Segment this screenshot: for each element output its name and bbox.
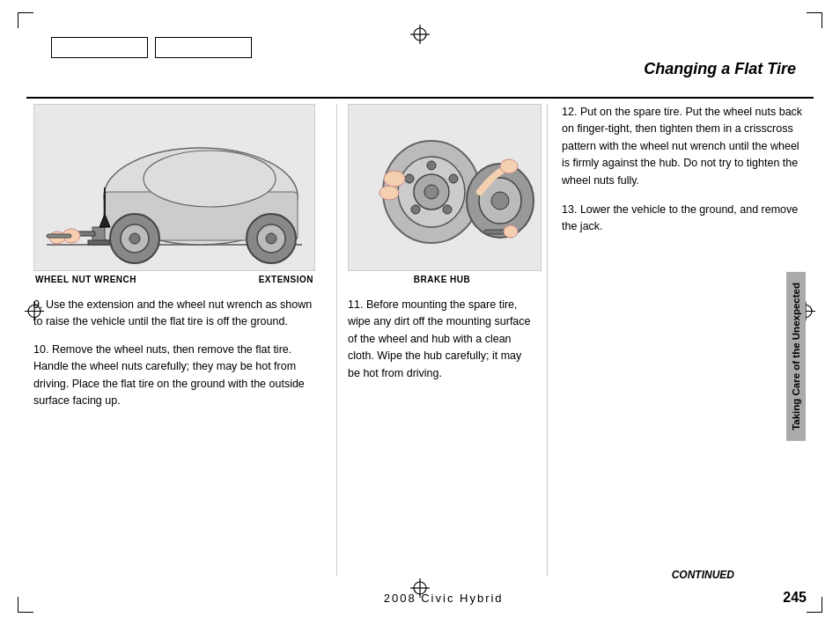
step-10: 10. Remove the wheel nuts, then remove t… [33, 342, 324, 410]
step-12: 12. Put on the spare tire. Put the wheel… [562, 104, 807, 189]
svg-point-43 [379, 186, 399, 200]
sidebar-text: Taking Care of the Unexpected [786, 272, 806, 441]
top-tabs [51, 37, 252, 58]
svg-point-41 [491, 192, 509, 210]
page-number: 245 [783, 590, 807, 606]
svg-point-15 [144, 151, 276, 207]
bottom-area: 2008 Civic Hybrid 245 [33, 590, 807, 606]
svg-point-35 [449, 174, 458, 183]
step-9: 9. Use the extension and the wheel nut w… [33, 297, 324, 331]
wheel-nut-wrench-label: WHEEL NUT WRENCH [35, 275, 136, 284]
page-title-area: Changing a Flat Tire [644, 60, 796, 78]
svg-point-36 [443, 205, 452, 214]
svg-point-42 [384, 171, 405, 187]
col-divider-1 [336, 104, 337, 577]
image-label-row: WHEEL NUT WRENCH EXTENSION [33, 275, 315, 284]
svg-point-37 [411, 205, 420, 214]
corner-mark-br [807, 597, 822, 613]
svg-point-38 [405, 174, 414, 183]
step-10-number: 10. [33, 343, 48, 356]
right-column: 12. Put on the spare tire. Put the wheel… [551, 104, 807, 577]
brake-hub-label: BRAKE HUB [348, 275, 536, 284]
svg-point-44 [500, 159, 518, 173]
left-column: WHEEL NUT WRENCH EXTENSION 9. Use the ex… [33, 104, 333, 577]
brake-hub-illustration [352, 108, 537, 267]
sidebar-text-container: Taking Care of the Unexpected [778, 176, 814, 537]
svg-point-46 [504, 225, 518, 238]
book-title: 2008 Civic Hybrid [384, 592, 504, 605]
svg-point-34 [427, 161, 436, 170]
right-image-box [348, 104, 542, 271]
svg-point-33 [424, 185, 438, 199]
page-title: Changing a Flat Tire [644, 60, 796, 77]
reg-mark-top [410, 25, 430, 47]
svg-rect-23 [88, 240, 109, 245]
tab-2[interactable] [155, 37, 252, 58]
corner-mark-tl [18, 12, 33, 28]
left-image-box [33, 104, 315, 271]
svg-point-21 [266, 233, 276, 244]
middle-column: BRAKE HUB 11. Before mounting the spare … [341, 104, 543, 577]
step-9-text: Use the extension and the wheel nut wren… [33, 298, 312, 327]
svg-rect-29 [47, 234, 71, 238]
corner-mark-bl [18, 597, 33, 613]
step-10-text: Remove the wheel nuts, then remove the f… [33, 343, 305, 407]
step-9-number: 9. [33, 298, 42, 311]
step-13-number: 13. [562, 203, 577, 216]
extension-label: EXTENSION [259, 275, 313, 284]
car-jack-illustration [38, 108, 311, 267]
step-11: 11. Before mounting the spare tire, wipe… [348, 297, 536, 382]
step-11-text: Before mounting the spare tire, wipe any… [348, 298, 531, 379]
step-13-text: Lower the vehicle to the ground, and rem… [562, 203, 798, 232]
tab-1[interactable] [51, 37, 148, 58]
continued-label: CONTINUED [672, 569, 734, 581]
col-divider-2 [547, 104, 548, 577]
step-11-number: 11. [348, 298, 363, 311]
step-13: 13. Lower the vehicle to the ground, and… [562, 202, 807, 236]
svg-point-18 [129, 233, 140, 244]
corner-mark-tr [807, 12, 822, 28]
top-rule [26, 97, 814, 99]
main-content: WHEEL NUT WRENCH EXTENSION 9. Use the ex… [33, 104, 807, 577]
step-12-number: 12. [562, 106, 577, 118]
page-container: Changing a Flat Tire [0, 0, 840, 625]
step-12-text: Put on the spare tire. Put the wheel nut… [562, 106, 802, 187]
steps-left: 9. Use the extension and the wheel nut w… [33, 297, 324, 409]
